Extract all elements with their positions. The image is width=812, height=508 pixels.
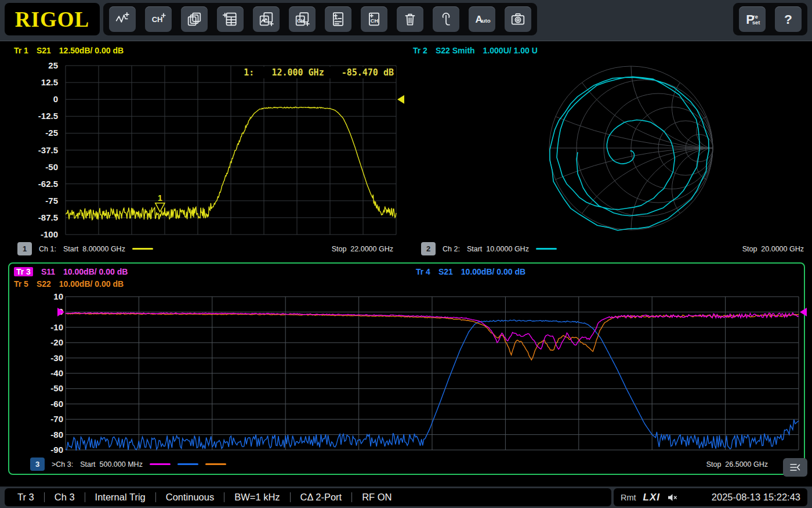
ch3-footer: 3 >Ch 3: Start 500.000 MHz Stop 26.5000 …	[30, 457, 768, 471]
status-bar-left: Tr 3 Ch 3 Internal Trig Continuous BW=1 …	[5, 488, 611, 506]
trace1-id: Tr 1	[14, 46, 28, 55]
menu-expand-button[interactable]	[783, 458, 807, 477]
toolbar-right-group: P re set ?	[733, 3, 807, 35]
y-tick: -90	[25, 445, 63, 455]
ch1-y-axis: 2512.50-12.5-25-37.5-50-62.5-75-87.5-100	[20, 66, 58, 235]
file-trace-add-button[interactable]	[325, 6, 351, 32]
status-active-trace[interactable]: Tr 3	[17, 492, 34, 503]
status-cal-state[interactable]: CΔ 2-Port	[290, 492, 342, 502]
trace4-scale: 10.00dB/ 0.00 dB	[461, 267, 525, 276]
ch1-plot-area[interactable]: 1	[66, 66, 396, 235]
trace5-id: Tr 5	[14, 279, 28, 289]
sheet-add-icon	[223, 12, 238, 27]
y-tick: -25	[20, 128, 58, 138]
file-channel-add-icon: CH	[367, 12, 382, 27]
status-bar: Tr 3 Ch 3 Internal Trig Continuous BW=1 …	[0, 487, 812, 508]
channel-window-add-icon: CH	[295, 12, 310, 27]
status-rf-state[interactable]: RF ON	[351, 492, 392, 502]
marker-readout-freq: 12.000 GHz	[271, 67, 324, 78]
speaker-muted-icon	[667, 493, 679, 502]
y-tick: 25	[20, 60, 58, 71]
svg-text:CH: CH	[152, 15, 163, 24]
menu-collapse-icon	[789, 463, 802, 472]
ch3-badge[interactable]: 3	[30, 457, 45, 471]
ch1-stop-frequency[interactable]: Stop 22.0000 GHz	[332, 245, 393, 253]
marker-readout-id: 1:	[244, 67, 254, 78]
y-tick: -62.5	[20, 179, 58, 189]
ch3-stop-frequency[interactable]: Stop 26.5000 GHz	[706, 460, 768, 469]
ch2-badge[interactable]: 2	[421, 242, 436, 255]
brand-text: RIGOL	[15, 7, 89, 32]
marker-readout-value: -85.470 dB	[342, 67, 394, 78]
camera-icon	[510, 12, 525, 27]
delete-button[interactable]	[397, 6, 423, 32]
trace4-label[interactable]: Tr 4 S21 10.00dB/ 0.00 dB	[416, 267, 525, 276]
trace5-scale: 10.00dB/ 0.00 dB	[59, 279, 124, 289]
datetime: 2025-08-13 15:22:43	[712, 492, 800, 503]
trace-add-button[interactable]	[109, 6, 136, 32]
status-sweep-mode[interactable]: Continuous	[155, 492, 214, 502]
svg-text:set: set	[752, 20, 760, 26]
channel-add-button[interactable]: CH	[145, 6, 172, 32]
copy-window-button[interactable]	[181, 6, 208, 32]
preset-icon: P re set	[744, 12, 761, 27]
ch3-start-frequency[interactable]: Start 500.000 MHz	[80, 460, 143, 469]
trace5-label[interactable]: Tr 5 S22 10.00dB/ 0.00 dB	[14, 279, 124, 289]
status-active-channel[interactable]: Ch 3	[44, 492, 75, 502]
ch1-label: Ch 1:	[39, 245, 56, 253]
trace1-label[interactable]: Tr 1 S21 12.50dB/ 0.00 dB	[14, 46, 124, 55]
status-trigger-source[interactable]: Internal Trig	[85, 492, 146, 502]
y-tick: -50	[25, 383, 63, 394]
ch1-trace-swatch	[132, 248, 153, 250]
ch1-start-frequency[interactable]: Start 8.00000 GHz	[63, 245, 125, 253]
svg-text:?: ?	[784, 12, 792, 27]
trace4-param: S21	[438, 267, 453, 276]
ref-level-marker[interactable]	[397, 95, 404, 104]
y-tick: -40	[25, 368, 63, 379]
marker-readout: 1: 12.000 GHz -85.470 dB	[241, 67, 396, 78]
y-tick: 0	[20, 94, 58, 105]
marker-1-label: 1	[158, 193, 162, 203]
status-bar-right: Rmt LXI 2025-08-13 15:22:43	[614, 488, 807, 506]
preset-button[interactable]: P re set	[739, 6, 766, 32]
touch-button[interactable]	[433, 6, 459, 32]
screenshot-button[interactable]	[505, 6, 531, 32]
channel-window-add-button[interactable]: CH	[289, 6, 316, 32]
trash-icon	[403, 12, 418, 27]
trace3-scale: 10.00dB/ 0.00 dB	[63, 267, 128, 276]
marker-1[interactable]	[155, 203, 165, 212]
ch3-trace4-swatch	[177, 463, 198, 465]
status-if-bandwidth[interactable]: BW=1 kHz	[224, 492, 280, 502]
y-tick: 10	[25, 291, 63, 302]
y-tick: -60	[25, 399, 63, 409]
ch3-window[interactable]: Tr 3 S11 10.00dB/ 0.00 dB Tr 4 S21 10.00…	[8, 262, 805, 475]
trace3-id-chip[interactable]: Tr 3	[14, 267, 33, 276]
trace1-scale: 12.50dB/ 0.00 dB	[59, 46, 124, 55]
trace-add-icon	[115, 12, 130, 27]
y-tick: 12.5	[20, 77, 58, 88]
sheet-add-button[interactable]	[217, 6, 244, 32]
toolbar: RIGOL CH	[0, 0, 812, 41]
file-channel-add-button[interactable]: CH	[361, 6, 387, 32]
y-tick: -30	[25, 353, 63, 363]
help-button[interactable]: ?	[775, 6, 802, 32]
ch2-stop-frequency[interactable]: Stop 20.0000 GHz	[742, 245, 804, 253]
trace2-scale: 1.000U/ 1.00 U	[483, 46, 538, 55]
trace-window-add-button[interactable]	[253, 6, 280, 32]
channel-add-icon: CH	[151, 12, 166, 27]
trace2-label[interactable]: Tr 2 S22 Smith 1.000U/ 1.00 U	[413, 46, 538, 55]
svg-text:uto: uto	[481, 17, 490, 24]
ch3-plot-area[interactable]	[66, 297, 799, 450]
copy-window-icon	[187, 12, 202, 27]
ref-level-marker[interactable]	[800, 308, 807, 316]
ch2-smith-chart[interactable]	[547, 64, 715, 232]
ch2-start-frequency[interactable]: Start 10.0000 GHz	[467, 245, 529, 253]
trace3-label[interactable]: Tr 3 S11 10.00dB/ 0.00 dB	[14, 267, 128, 276]
y-tick: -12.5	[20, 111, 58, 121]
y-tick: -70	[25, 414, 63, 424]
toolbar-button-group: CH	[103, 3, 537, 35]
trace5-param: S22	[37, 279, 51, 289]
y-tick: -10	[25, 322, 63, 333]
ch1-badge[interactable]: 1	[17, 242, 32, 255]
auto-scale-button[interactable]: A uto	[469, 6, 495, 32]
